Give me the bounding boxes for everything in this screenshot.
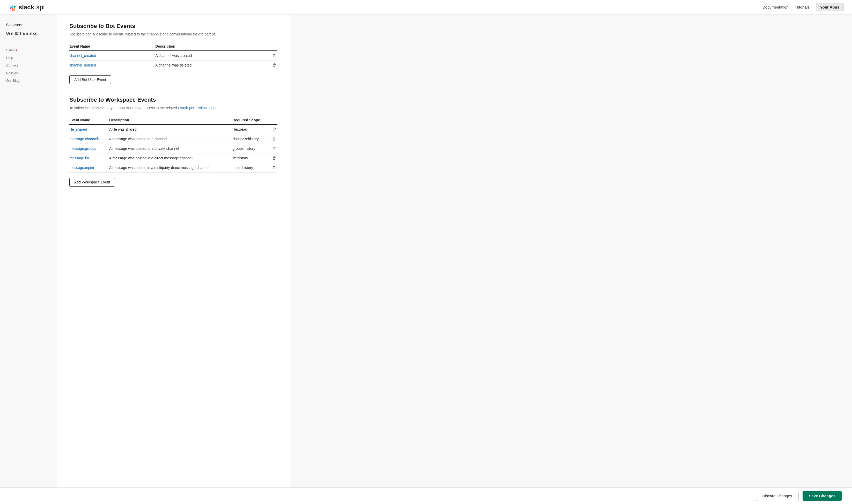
documentation-link[interactable]: Documentation — [762, 5, 788, 9]
footer-bar: Discard Changes Save Changes — [0, 487, 852, 504]
logo: slack api — [8, 3, 45, 12]
table-row: message.im A message was posted in a dir… — [69, 154, 278, 163]
ws-event-scope-cell: groups:history — [232, 144, 269, 154]
ws-event-name-cell: file_shared — [69, 124, 109, 134]
main-content: Subscribe to Bot Events Bot users can su… — [57, 15, 290, 504]
ws-delete-event-button[interactable]: 🗑 — [271, 127, 278, 131]
logo-api-text: api — [36, 4, 45, 11]
ws-event-delete-cell: 🗑 — [269, 124, 278, 134]
event-name-cell: channel_deleted — [69, 60, 155, 70]
event-name-cell: channel_created — [69, 51, 155, 60]
ws-delete-event-button[interactable]: 🗑 — [271, 166, 278, 170]
oauth-permission-link[interactable]: OAuth permission scope — [178, 106, 217, 110]
event-desc-cell: A channel was created — [155, 51, 269, 60]
logo-slack-text: slack — [19, 4, 34, 11]
sidebar-item-user-id-translation[interactable]: User ID Translation — [4, 29, 53, 38]
event-name-link[interactable]: channel_deleted — [69, 63, 96, 67]
ws-event-scope-cell: im:history — [232, 154, 269, 163]
ws-event-desc-cell: A file was shared — [109, 124, 232, 134]
ws-event-delete-cell: 🗑 — [269, 134, 278, 144]
ws-delete-event-button[interactable]: 🗑 — [271, 146, 278, 150]
ws-event-name-cell: message.im — [69, 154, 109, 163]
heart-icon: ♥ — [15, 48, 17, 52]
ws-col-event-name: Event Name — [69, 116, 109, 124]
sidebar-footer-policies[interactable]: Policies — [4, 69, 53, 77]
sidebar-item-bot-users[interactable]: Bot Users — [4, 21, 53, 29]
workspace-events-desc-after: . — [217, 106, 218, 110]
ws-col-required-scope: Required Scope — [232, 116, 269, 124]
your-apps-button[interactable]: Your Apps — [816, 3, 844, 11]
ws-event-name-cell: message.channels — [69, 134, 109, 144]
ws-col-description: Description — [109, 116, 232, 124]
ws-delete-event-button[interactable]: 🗑 — [271, 137, 278, 141]
sidebar-footer-contact[interactable]: Contact — [4, 61, 53, 69]
col-event-name: Event Name — [69, 42, 155, 51]
ws-event-delete-cell: 🗑 — [269, 154, 278, 163]
event-desc-cell: A channel was deleted — [155, 60, 269, 70]
sidebar-footer-help[interactable]: Help — [4, 54, 53, 61]
slack-logo-icon — [8, 3, 17, 12]
add-workspace-event-button[interactable]: Add Workspace Event — [69, 178, 115, 186]
ws-event-desc-cell: A message was posted to a private channe… — [109, 144, 232, 154]
ws-event-desc-cell: A message was posted to a channel — [109, 134, 232, 144]
delete-event-button[interactable]: 🗑 — [271, 63, 278, 67]
table-row: file_shared A file was shared files:read… — [69, 124, 278, 134]
ws-event-desc-cell: A message was posted in a multiparty dir… — [109, 163, 232, 173]
ws-delete-event-button[interactable]: 🗑 — [271, 156, 278, 160]
ws-event-name-link[interactable]: message.channels — [69, 137, 100, 141]
ws-event-scope-cell: mpim:history — [232, 163, 269, 173]
ws-event-name-cell: message.mpim — [69, 163, 109, 173]
page-wrapper: Bot Users User ID Translation Slack ♥ He… — [0, 15, 852, 504]
ws-event-scope-cell: channels:history — [232, 134, 269, 144]
add-bot-user-event-button[interactable]: Add Bot User Event — [69, 75, 111, 84]
save-changes-button[interactable]: Save Changes — [802, 491, 842, 501]
discard-changes-button[interactable]: Discard Changes — [756, 491, 798, 501]
ws-event-name-link[interactable]: message.groups — [69, 146, 96, 150]
delete-event-button[interactable]: 🗑 — [271, 54, 278, 58]
header-nav: Documentation Tutorials Your Apps — [762, 3, 844, 11]
sidebar: Bot Users User ID Translation Slack ♥ He… — [0, 15, 57, 504]
col-actions — [269, 42, 278, 51]
sidebar-footer-blog[interactable]: Our Blog — [4, 77, 53, 84]
ws-event-name-cell: message.groups — [69, 144, 109, 154]
table-row: message.channels A message was posted to… — [69, 134, 278, 144]
event-delete-cell: 🗑 — [269, 51, 278, 60]
header: slack api Documentation Tutorials Your A… — [0, 0, 852, 15]
workspace-events-desc-before: To subscribe to an event, your app must … — [69, 106, 178, 110]
bot-events-section: Subscribe to Bot Events Bot users can su… — [69, 23, 278, 84]
table-row: message.groups A message was posted to a… — [69, 144, 278, 154]
ws-col-actions — [269, 116, 278, 124]
ws-event-delete-cell: 🗑 — [269, 144, 278, 154]
bot-events-title: Subscribe to Bot Events — [69, 23, 278, 30]
workspace-events-table: Event Name Description Required Scope fi… — [69, 116, 278, 173]
ws-event-scope-cell: files:read — [232, 124, 269, 134]
ws-event-desc-cell: A message was posted in a direct message… — [109, 154, 232, 163]
ws-event-name-link[interactable]: message.im — [69, 156, 89, 160]
sidebar-divider — [6, 42, 51, 42]
table-row: channel_deleted A channel was deleted 🗑 — [69, 60, 278, 70]
sidebar-footer-slack[interactable]: Slack ♥ — [4, 46, 53, 54]
workspace-events-title: Subscribe to Workspace Events — [69, 96, 278, 103]
table-row: channel_created A channel was created 🗑 — [69, 51, 278, 60]
ws-event-name-link[interactable]: file_shared — [69, 127, 87, 131]
event-name-link[interactable]: channel_created — [69, 54, 96, 58]
col-description: Description — [155, 42, 269, 51]
bot-events-table: Event Name Description channel_created A… — [69, 42, 278, 70]
ws-event-name-link[interactable]: message.mpim — [69, 166, 94, 170]
event-delete-cell: 🗑 — [269, 60, 278, 70]
workspace-events-section: Subscribe to Workspace Events To subscri… — [69, 96, 278, 186]
tutorials-link[interactable]: Tutorials — [795, 5, 810, 9]
workspace-events-description: To subscribe to an event, your app must … — [69, 105, 278, 111]
ws-event-delete-cell: 🗑 — [269, 163, 278, 173]
bot-events-description: Bot users can subscribe to events relate… — [69, 32, 278, 37]
table-row: message.mpim A message was posted in a m… — [69, 163, 278, 173]
